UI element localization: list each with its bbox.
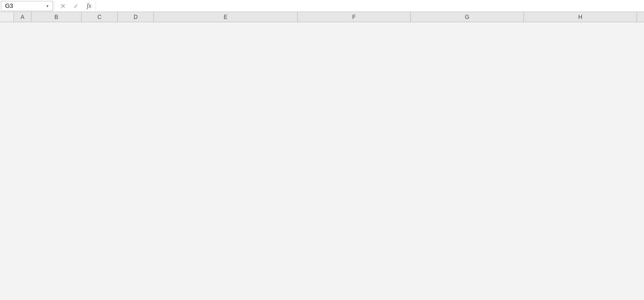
name-box-dropdown-icon[interactable]: ▾ [46,4,49,8]
name-box[interactable]: G3 ▾ [1,1,53,11]
cancel-icon: ✕ [60,2,66,10]
col-header-E[interactable]: E [154,12,298,22]
spreadsheet-grid[interactable]: A B C D E F G H 1 2 3 4 5 6 7 8 9 10 11 … [0,12,644,22]
col-header-D[interactable]: D [118,12,154,22]
formula-bar: G3 ▾ ✕ ✓ fx [0,0,644,12]
cancel-button[interactable]: ✕ [57,1,70,11]
col-header-H[interactable]: H [524,12,637,22]
select-all-corner[interactable] [0,12,14,22]
formula-input[interactable] [96,1,644,11]
check-icon: ✓ [73,2,79,10]
col-header-A[interactable]: A [14,12,32,22]
col-header-G[interactable]: G [411,12,524,22]
col-header-C[interactable]: C [82,12,118,22]
confirm-button[interactable]: ✓ [70,1,83,11]
col-header-F[interactable]: F [298,12,411,22]
column-headers: A B C D E F G H [0,12,644,22]
cell-reference: G3 [5,2,13,9]
fx-button[interactable]: fx [83,1,96,11]
col-header-B[interactable]: B [32,12,82,22]
fx-icon: fx [87,2,91,10]
